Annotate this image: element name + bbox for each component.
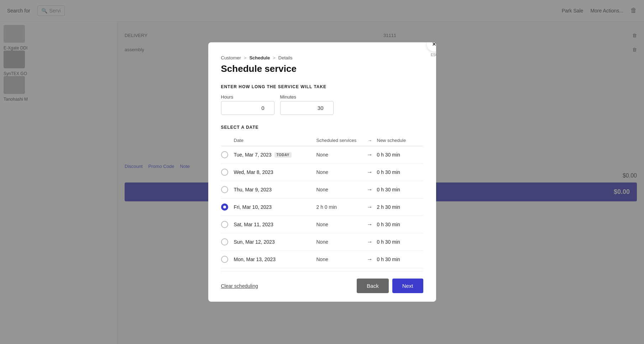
date-row-3[interactable]: Fri, Mar 10, 20232 h 0 min→2 h 30 min (221, 199, 423, 216)
date-label-0: Tue, Mar 7, 2023TODAY (234, 152, 316, 158)
minutes-field: Minutes (280, 94, 334, 115)
esc-label: ESC (431, 53, 436, 57)
scheduled-val-5: None (316, 239, 363, 245)
new-schedule-val-2: 0 h 30 min (377, 187, 423, 192)
scheduled-val-6: None (316, 256, 363, 262)
scheduled-val-0: None (316, 152, 363, 158)
breadcrumb-details: Details (278, 55, 293, 60)
date-row-1[interactable]: Wed, Mar 8, 2023None→0 h 30 min (221, 164, 423, 181)
date-row-5[interactable]: Sun, Mar 12, 2023None→0 h 30 min (221, 233, 423, 251)
header-arrow: → (363, 138, 377, 143)
radio-btn-3[interactable] (221, 203, 228, 211)
arrow-6: → (363, 256, 377, 263)
date-label-4: Sat, Mar 11, 2023 (234, 222, 316, 227)
hours-field: Hours (221, 94, 274, 115)
scheduled-val-1: None (316, 169, 363, 175)
date-label-2: Thu, Mar 9, 2023 (234, 187, 316, 192)
header-scheduled: Scheduled services (316, 138, 363, 143)
close-icon: × (432, 42, 436, 48)
breadcrumb: Customer > Schedule > Details (221, 55, 423, 60)
new-schedule-val-0: 0 h 30 min (377, 152, 423, 158)
modal-footer: Clear scheduling Back Next (221, 271, 423, 293)
radio-btn-6[interactable] (221, 256, 228, 263)
date-section-label: SELECT A DATE (221, 125, 423, 130)
new-schedule-val-6: 0 h 30 min (377, 256, 423, 262)
clear-scheduling-button[interactable]: Clear scheduling (221, 283, 258, 289)
radio-btn-0[interactable] (221, 151, 228, 158)
scheduled-val-4: None (316, 222, 363, 227)
arrow-2: → (363, 186, 377, 193)
date-row-6[interactable]: Mon, Mar 13, 2023None→0 h 30 min (221, 251, 423, 268)
next-button[interactable]: Next (392, 279, 423, 293)
breadcrumb-schedule[interactable]: Schedule (249, 55, 270, 60)
radio-btn-1[interactable] (221, 169, 228, 176)
arrow-0: → (363, 152, 377, 158)
scheduled-val-3: 2 h 0 min (316, 204, 363, 210)
date-label-3: Fri, Mar 10, 2023 (234, 204, 316, 210)
header-new-schedule: New schedule (377, 138, 423, 143)
radio-btn-4[interactable] (221, 221, 228, 228)
arrow-3: → (363, 204, 377, 210)
hours-label: Hours (221, 94, 274, 100)
arrow-5: → (363, 239, 377, 245)
date-row-0[interactable]: Tue, Mar 7, 2023TODAYNone→0 h 30 min (221, 146, 423, 164)
date-row-2[interactable]: Thu, Mar 9, 2023None→0 h 30 min (221, 181, 423, 199)
time-inputs: Hours Minutes (221, 94, 423, 115)
arrow-4: → (363, 221, 377, 228)
new-schedule-val-4: 0 h 30 min (377, 222, 423, 227)
new-schedule-val-1: 0 h 30 min (377, 169, 423, 175)
date-table-header: Date Scheduled services → New schedule (221, 135, 423, 146)
hours-input[interactable] (221, 101, 274, 115)
arrow-1: → (363, 169, 377, 175)
close-button[interactable]: × (427, 42, 436, 52)
modal-title: Schedule service (221, 63, 423, 74)
schedule-modal: × ESC Customer > Schedule > Details Sche… (208, 42, 436, 302)
date-row-4[interactable]: Sat, Mar 11, 2023None→0 h 30 min (221, 216, 423, 233)
minutes-input[interactable] (280, 101, 334, 115)
minutes-label: Minutes (280, 94, 334, 100)
today-badge-0: TODAY (274, 152, 292, 158)
modal-backdrop: × ESC Customer > Schedule > Details Sche… (0, 0, 644, 344)
date-label-6: Mon, Mar 13, 2023 (234, 256, 316, 262)
breadcrumb-customer[interactable]: Customer (221, 55, 241, 60)
date-label-5: Sun, Mar 12, 2023 (234, 239, 316, 245)
footer-buttons: Back Next (357, 279, 423, 293)
breadcrumb-sep-2: > (273, 55, 276, 60)
new-schedule-val-3: 2 h 30 min (377, 204, 423, 210)
radio-btn-5[interactable] (221, 238, 228, 245)
back-button[interactable]: Back (357, 279, 388, 293)
duration-section-label: ENTER HOW LONG THE SERVICE WILL TAKE (221, 84, 423, 89)
header-radio-col (221, 138, 234, 143)
breadcrumb-sep-1: > (244, 55, 247, 60)
radio-btn-2[interactable] (221, 186, 228, 193)
scheduled-val-2: None (316, 187, 363, 192)
new-schedule-val-5: 0 h 30 min (377, 239, 423, 245)
header-date: Date (234, 138, 316, 143)
date-label-1: Wed, Mar 8, 2023 (234, 169, 316, 175)
date-rows-container: Tue, Mar 7, 2023TODAYNone→0 h 30 minWed,… (221, 146, 423, 268)
